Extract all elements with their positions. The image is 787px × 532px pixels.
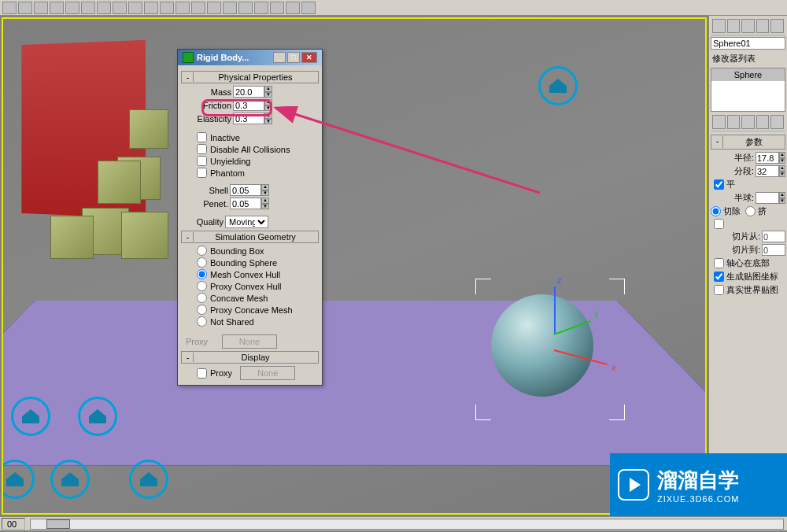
- dialog-titlebar[interactable]: Rigid Body... _ □ ✕: [178, 50, 322, 65]
- hemisphere-spinner[interactable]: ▲▼: [779, 192, 785, 204]
- transform-gizmo[interactable]: [538, 310, 617, 389]
- reactor-helper-icon[interactable]: [78, 397, 117, 436]
- radius-spinner[interactable]: ▲▼: [779, 152, 785, 164]
- reactor-helper-icon[interactable]: [50, 460, 90, 499]
- viewport[interactable]: [2, 17, 707, 515]
- time-slider[interactable]: [30, 519, 784, 530]
- gen-uv-checkbox[interactable]: [714, 272, 724, 282]
- bounding-box-radio[interactable]: [197, 246, 207, 256]
- display-proxy-checkbox[interactable]: [197, 368, 207, 379]
- toolbar-button[interactable]: [81, 2, 95, 14]
- shell-field[interactable]: [230, 184, 261, 196]
- inactive-checkbox[interactable]: [197, 132, 207, 142]
- toolbar-button[interactable]: [128, 2, 142, 14]
- toolbar-button[interactable]: [2, 2, 17, 14]
- segments-spinner[interactable]: ▲▼: [779, 165, 785, 177]
- scene-cube[interactable]: [50, 216, 94, 259]
- modify-tab-icon[interactable]: [727, 19, 741, 33]
- toolbar-button[interactable]: [34, 2, 48, 14]
- reactor-helper-icon[interactable]: [538, 66, 578, 105]
- elasticity-field[interactable]: [233, 113, 264, 124]
- radius-field[interactable]: [756, 152, 779, 164]
- top-toolbar: [0, 0, 787, 16]
- squash-radio[interactable]: [745, 206, 756, 216]
- modifier-item[interactable]: Sphere: [711, 68, 785, 81]
- toolbar-button[interactable]: [238, 2, 253, 14]
- remove-modifier-icon[interactable]: [756, 115, 770, 129]
- concave-mesh-radio[interactable]: [197, 293, 207, 303]
- gizmo-y-axis[interactable]: [554, 320, 592, 335]
- display-tab-icon[interactable]: [770, 19, 784, 33]
- toolbar-button[interactable]: [50, 2, 64, 14]
- toolbar-button[interactable]: [207, 2, 221, 14]
- simulation-geometry-header[interactable]: -Simulation Geometry: [181, 231, 319, 243]
- bounding-sphere-label: Bounding Sphere: [210, 258, 277, 268]
- command-panel: 修改器列表 Sphere -参数 半径:▲▼ 分段:▲▼ 平 半球:▲▼ 切除 …: [708, 16, 787, 516]
- toolbar-button[interactable]: [65, 2, 79, 14]
- penet-field[interactable]: [230, 198, 261, 209]
- not-shared-radio[interactable]: [197, 316, 207, 327]
- toolbar-button[interactable]: [144, 2, 158, 14]
- scene-cube[interactable]: [98, 161, 141, 204]
- minimize-button[interactable]: _: [273, 52, 286, 63]
- smooth-checkbox[interactable]: [714, 179, 724, 190]
- time-slider-thumb[interactable]: [46, 519, 70, 529]
- make-unique-icon[interactable]: [741, 115, 755, 129]
- pin-stack-icon[interactable]: [712, 115, 726, 129]
- disable-collisions-checkbox[interactable]: [197, 144, 207, 154]
- physical-properties-header[interactable]: -Physical Properties: [181, 71, 319, 83]
- quality-select[interactable]: Moving: [225, 216, 268, 228]
- params-rollout-header[interactable]: -参数: [711, 135, 785, 150]
- real-world-checkbox[interactable]: [714, 285, 724, 295]
- friction-spinner[interactable]: ▲▼: [264, 99, 272, 111]
- unyielding-checkbox[interactable]: [197, 156, 207, 166]
- shell-spinner[interactable]: ▲▼: [261, 184, 269, 196]
- gizmo-z-axis[interactable]: [554, 286, 556, 334]
- scene-cube[interactable]: [129, 109, 168, 149]
- reactor-helper-icon[interactable]: [129, 460, 168, 499]
- toolbar-button[interactable]: [97, 2, 111, 14]
- mass-spinner[interactable]: ▲▼: [264, 86, 272, 98]
- display-header[interactable]: -Display: [181, 351, 319, 364]
- base-pivot-checkbox[interactable]: [714, 258, 724, 268]
- proxy-concave-mesh-radio[interactable]: [197, 305, 207, 315]
- object-name-field[interactable]: [711, 37, 785, 50]
- toolbar-button[interactable]: [254, 2, 268, 14]
- friction-field[interactable]: [233, 99, 264, 111]
- gizmo-x-axis[interactable]: [554, 349, 608, 365]
- phantom-checkbox[interactable]: [197, 168, 207, 178]
- mesh-convex-hull-radio[interactable]: [197, 269, 207, 279]
- motion-tab-icon[interactable]: [756, 19, 770, 33]
- toolbar-button[interactable]: [223, 2, 237, 14]
- toolbar-button[interactable]: [191, 2, 205, 14]
- proxy-convex-hull-radio[interactable]: [197, 281, 207, 291]
- bounding-sphere-radio[interactable]: [197, 257, 207, 268]
- toolbar-button[interactable]: [160, 2, 174, 14]
- gen-uv-label: 生成贴图坐标: [726, 271, 778, 283]
- show-end-result-icon[interactable]: [727, 115, 741, 129]
- toolbar-button[interactable]: [176, 2, 190, 14]
- hemisphere-field[interactable]: [756, 192, 779, 204]
- reactor-helper-icon[interactable]: [11, 397, 50, 436]
- toolbar-button[interactable]: [286, 2, 300, 14]
- segments-field[interactable]: [756, 165, 779, 177]
- hierarchy-tab-icon[interactable]: [741, 19, 755, 33]
- toolbar-button[interactable]: [301, 2, 316, 14]
- concave-mesh-label: Concave Mesh: [210, 294, 268, 303]
- maximize-button[interactable]: □: [287, 52, 300, 63]
- elasticity-spinner[interactable]: ▲▼: [264, 113, 272, 124]
- scene-cube[interactable]: [121, 212, 168, 259]
- penet-spinner[interactable]: ▲▼: [261, 198, 269, 209]
- toolbar-button[interactable]: [113, 2, 127, 14]
- configure-sets-icon[interactable]: [770, 115, 784, 129]
- slice-checkbox[interactable]: [714, 219, 724, 229]
- create-tab-icon[interactable]: [712, 19, 726, 33]
- close-button[interactable]: ✕: [301, 52, 317, 63]
- modifier-stack[interactable]: Sphere: [711, 68, 785, 112]
- chop-radio[interactable]: [711, 206, 721, 216]
- proxy-none-button: None: [222, 334, 277, 349]
- toolbar-button[interactable]: [270, 2, 284, 14]
- mass-field[interactable]: [233, 86, 264, 98]
- toolbar-button[interactable]: [18, 2, 32, 14]
- mesh-convex-hull-label: Mesh Convex Hull: [210, 270, 280, 279]
